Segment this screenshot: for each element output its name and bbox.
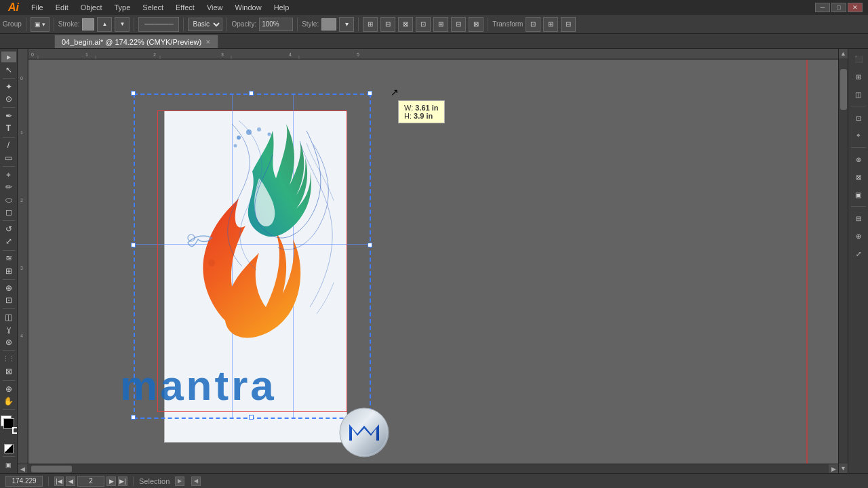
separator-4 bbox=[183, 18, 184, 31]
handle-tm[interactable] bbox=[249, 91, 254, 96]
artboard-tool-btn[interactable]: ⊠ bbox=[1, 366, 16, 377]
color-panel-btn[interactable]: ⬛ bbox=[851, 52, 866, 66]
handle-tl[interactable] bbox=[131, 91, 136, 96]
align-btn[interactable]: ⊞ bbox=[363, 17, 378, 32]
rp-separator-3 bbox=[851, 206, 866, 207]
pathfinder-panel-btn[interactable]: ⊕ bbox=[851, 228, 866, 243]
foreground-color-box[interactable] bbox=[3, 418, 14, 429]
line-tool-btn[interactable]: / bbox=[1, 140, 16, 150]
transform-btn[interactable]: ⊡ bbox=[526, 17, 540, 32]
layers-panel-btn[interactable]: ⊠ bbox=[851, 169, 866, 184]
align-bottom-btn[interactable]: ⊠ bbox=[469, 17, 484, 32]
shape-builder-tool-btn[interactable]: ⊕ bbox=[1, 283, 16, 293]
artboards-panel-btn[interactable]: ▣ bbox=[851, 187, 866, 202]
scrollbar-thumb-h[interactable] bbox=[31, 466, 72, 472]
align-left-btn[interactable]: ⊟ bbox=[380, 17, 395, 32]
handle-bm[interactable] bbox=[249, 415, 254, 420]
align-middle-btn[interactable]: ⊟ bbox=[451, 17, 466, 32]
align-top-btn[interactable]: ⊞ bbox=[433, 17, 448, 32]
scale-tool-btn[interactable]: ⤢ bbox=[1, 236, 16, 247]
statusbar: |◀ ◀ ▶ ▶| Selection ▶ ◀ bbox=[0, 473, 868, 488]
window-maximize-btn[interactable]: □ bbox=[831, 3, 846, 12]
stroke-weight-down[interactable]: ▼ bbox=[115, 17, 130, 32]
document-tab[interactable]: 04_begin.ai* @ 174.22% (CMYK/Preview) ✕ bbox=[54, 35, 218, 48]
handle-mr[interactable] bbox=[368, 243, 372, 247]
gradient-panel-btn[interactable]: ◫ bbox=[851, 87, 866, 102]
magic-wand-tool-btn[interactable]: ✦ bbox=[1, 81, 16, 92]
isolate-group-btn[interactable]: ▣ ▾ bbox=[31, 17, 50, 32]
blob-brush-tool-btn[interactable]: ⬭ bbox=[1, 194, 16, 205]
prev-page-btn[interactable]: ◀ bbox=[66, 476, 75, 486]
blend-mode-select[interactable]: Basic bbox=[188, 18, 222, 31]
canvas-area[interactable]: 0 1 2 3 4 5 0 1 2 3 4 bbox=[18, 49, 848, 473]
stroke-color-swatch[interactable] bbox=[82, 18, 94, 30]
blend-tool-btn[interactable]: ⊛ bbox=[1, 337, 16, 348]
align-center-btn[interactable]: ⊠ bbox=[398, 17, 413, 32]
scrollbar-vertical[interactable]: ▲ ▼ bbox=[838, 49, 848, 473]
page-input[interactable] bbox=[77, 476, 104, 487]
style-swatch[interactable] bbox=[321, 18, 336, 30]
menu-file[interactable]: File bbox=[26, 2, 49, 13]
menu-window[interactable]: Window bbox=[230, 2, 267, 13]
first-page-btn[interactable]: |◀ bbox=[54, 476, 64, 486]
status-extra-btn[interactable]: ◀ bbox=[191, 476, 201, 486]
tab-close-btn[interactable]: ✕ bbox=[205, 39, 211, 45]
direct-selection-tool-btn[interactable]: ↖ bbox=[1, 64, 16, 75]
gradient-tool-btn[interactable]: ◫ bbox=[1, 312, 16, 323]
handle-tr[interactable] bbox=[368, 91, 372, 96]
scroll-left-btn[interactable]: ◀ bbox=[18, 464, 27, 473]
eyedropper-tool-btn[interactable]: Ɣ bbox=[1, 325, 16, 336]
chart-tool-btn[interactable]: ⋮⋮ bbox=[1, 354, 16, 365]
zoom-tool-btn[interactable]: ⊕ bbox=[1, 383, 16, 394]
change-screen-mode-btn[interactable]: ▣ bbox=[1, 460, 16, 470]
opacity-input[interactable] bbox=[259, 18, 293, 31]
scroll-down-btn[interactable]: ▼ bbox=[839, 464, 848, 473]
eraser-tool-btn[interactable]: ◻ bbox=[1, 207, 16, 218]
symbols-panel-btn[interactable]: ⊛ bbox=[851, 152, 866, 167]
menu-effect[interactable]: Effect bbox=[170, 2, 200, 13]
stroke-weight-up[interactable]: ▲ bbox=[97, 17, 112, 32]
align-right-btn[interactable]: ⊡ bbox=[416, 17, 431, 32]
menu-view[interactable]: View bbox=[201, 2, 229, 13]
width-tool-btn[interactable]: ⊞ bbox=[1, 266, 16, 277]
status-info-btn[interactable]: ▶ bbox=[175, 476, 184, 486]
menu-help[interactable]: Help bbox=[269, 2, 295, 13]
menu-object[interactable]: Object bbox=[75, 2, 108, 13]
zoom-input[interactable] bbox=[5, 476, 43, 487]
transform-panel-btn[interactable]: ⤢ bbox=[851, 246, 866, 261]
style-dropdown[interactable]: ▾ bbox=[339, 17, 354, 32]
scrollbar-thumb-v[interactable] bbox=[840, 69, 847, 110]
resize-cursor[interactable]: ↗ bbox=[391, 87, 399, 98]
lasso-tool-btn[interactable]: ⊙ bbox=[1, 94, 16, 104]
window-close-btn[interactable]: ✕ bbox=[848, 3, 863, 12]
menu-edit[interactable]: Edit bbox=[50, 2, 74, 13]
stroke-panel-btn[interactable]: ⊡ bbox=[851, 110, 866, 125]
menu-select[interactable]: Select bbox=[137, 2, 169, 13]
perspective-tool-btn[interactable]: ⊡ bbox=[1, 295, 16, 306]
window-minimize-btn[interactable]: ─ bbox=[815, 3, 830, 12]
rect-tool-btn[interactable]: ▭ bbox=[1, 152, 16, 163]
handle-bl[interactable] bbox=[131, 415, 136, 420]
scroll-up-btn[interactable]: ▲ bbox=[839, 49, 848, 58]
more-btn[interactable]: ⊟ bbox=[561, 17, 576, 32]
arrange-btn[interactable]: ⊞ bbox=[543, 17, 558, 32]
selection-tool-btn[interactable]: ▸ bbox=[1, 52, 16, 62]
stroke-style-btn[interactable]: ────── bbox=[138, 17, 179, 32]
paintbrush-tool-btn[interactable]: ⌖ bbox=[1, 169, 16, 180]
menu-type[interactable]: Type bbox=[109, 2, 136, 13]
swatches-panel-btn[interactable]: ⊞ bbox=[851, 69, 866, 84]
type-tool-btn[interactable]: T bbox=[1, 123, 16, 134]
pencil-tool-btn[interactable]: ✏ bbox=[1, 182, 16, 192]
handle-ml[interactable] bbox=[131, 243, 136, 247]
scroll-right-btn[interactable]: ▶ bbox=[829, 464, 838, 473]
pen-tool-btn[interactable]: ✒ bbox=[1, 110, 16, 121]
none-stroke-btn[interactable] bbox=[4, 444, 14, 453]
scrollbar-horizontal[interactable]: ◀ ▶ bbox=[18, 464, 838, 473]
last-page-btn[interactable]: ▶| bbox=[118, 476, 127, 486]
next-page-btn[interactable]: ▶ bbox=[106, 476, 116, 486]
warp-tool-btn[interactable]: ≋ bbox=[1, 253, 16, 264]
rotate-tool-btn[interactable]: ↺ bbox=[1, 224, 16, 235]
align-panel-btn[interactable]: ⊟ bbox=[851, 211, 866, 226]
brushes-panel-btn[interactable]: ⌖ bbox=[851, 128, 866, 143]
hand-tool-btn[interactable]: ✋ bbox=[1, 396, 16, 407]
